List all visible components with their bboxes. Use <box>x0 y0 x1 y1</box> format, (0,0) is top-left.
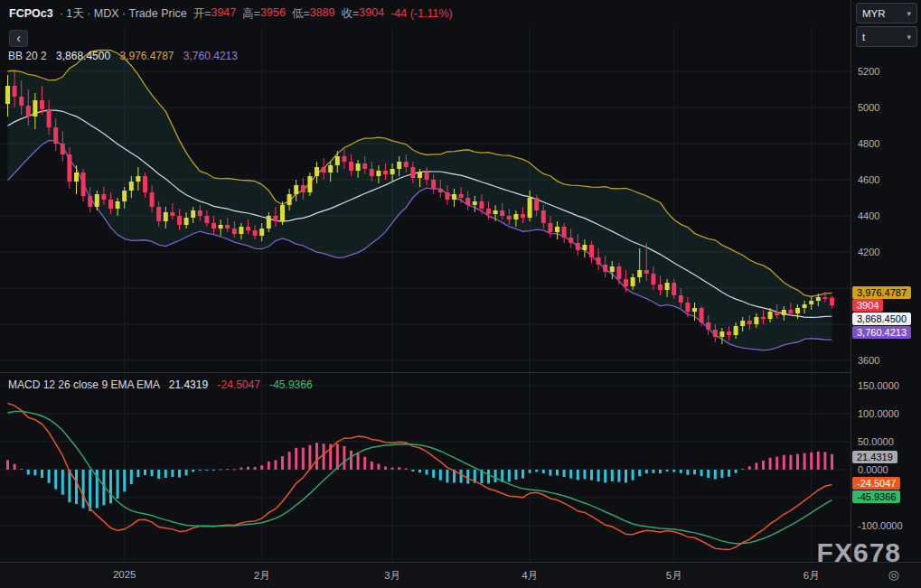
chevron-down-icon: ▾ <box>907 33 911 42</box>
macd-signal-badge: -45.9366 <box>852 490 900 503</box>
macd-tick: 50.0000 <box>858 435 894 448</box>
chevron-down-icon: ▾ <box>907 9 911 18</box>
macd-line-badge: -24.5047 <box>852 477 900 490</box>
macd-hist-badge: 21.4319 <box>852 451 898 463</box>
last-price-badge: 3904 <box>852 299 883 312</box>
bb-basis-value: 3,868.4500 <box>56 50 110 62</box>
reset-scale-icon[interactable]: ◎ <box>888 567 899 582</box>
chart-canvas[interactable] <box>0 0 851 562</box>
price-tick: 4800 <box>858 137 879 150</box>
time-tick: 3月 <box>384 569 400 583</box>
bb-lower-value: 3,760.4213 <box>183 50 238 62</box>
open-value: 开=3947 <box>193 6 237 22</box>
time-tick: 6月 <box>804 569 820 583</box>
macd-tick: 0.0000 <box>858 463 888 476</box>
currency-selector[interactable]: MYR ▾ <box>856 3 917 23</box>
macd-tick: -100.0000 <box>858 519 903 532</box>
close-value: 收=3904 <box>342 6 385 22</box>
price-tick: 4400 <box>858 210 879 222</box>
bb-upper-badge: 3,976.4787 <box>852 286 911 299</box>
back-button[interactable]: ‹ <box>9 30 28 47</box>
bb-indicator-legend[interactable]: BB 20 2 3,868.4500 3,976.4787 3,760.4213 <box>8 50 238 62</box>
price-tick: 5200 <box>858 65 879 78</box>
currency-selector-value: MYR <box>862 8 886 19</box>
symbol-title[interactable]: FCPOc3 <box>9 7 53 20</box>
macd-tick: 150.0000 <box>858 379 899 392</box>
bb-lower-badge: 3,760.4213 <box>852 326 911 339</box>
price-tick: 4600 <box>858 173 879 186</box>
macd-signal-value: -45.9366 <box>269 378 312 391</box>
macd-line-value: -24.5047 <box>217 378 259 391</box>
low-value: 低=3889 <box>292 6 335 22</box>
unit-selector-value: t <box>862 32 865 42</box>
macd-hist-value: 21.4319 <box>169 378 208 391</box>
macd-legend-title: MACD 12 26 close 9 EMA EMA <box>8 378 159 391</box>
time-tick: 4月 <box>522 569 538 583</box>
time-axis[interactable]: 20252月3月4月5月6月 ◎ <box>0 562 921 588</box>
chart-plot-area[interactable] <box>0 0 851 562</box>
bb-legend-title: BB 20 2 <box>8 50 47 62</box>
macd-tick: 100.0000 <box>858 407 899 420</box>
bb-basis-badge: 3,868.4500 <box>852 313 911 325</box>
time-tick: 2025 <box>113 569 136 580</box>
time-tick: 5月 <box>666 569 682 583</box>
bb-upper-value: 3,976.4787 <box>119 50 174 62</box>
price-tick: 5000 <box>858 101 879 114</box>
change-value: -44 (-1.11%) <box>390 7 453 20</box>
price-tick: 3600 <box>858 354 879 367</box>
chevron-left-icon: ‹ <box>16 31 21 45</box>
symbol-header: FCPOc3 · 1天 · MDX · Trade Price 开=3947 高… <box>9 5 453 22</box>
high-value: 高=3956 <box>242 6 286 22</box>
price-tick: 4200 <box>858 246 879 258</box>
time-tick: 2月 <box>254 569 270 583</box>
trading-chart-app: FCPOc3 · 1天 · MDX · Trade Price 开=3947 高… <box>0 0 921 588</box>
symbol-meta: · 1天 · MDX · Trade Price <box>60 6 187 22</box>
macd-indicator-legend[interactable]: MACD 12 26 close 9 EMA EMA 21.4319 -24.5… <box>8 378 313 391</box>
unit-selector[interactable]: t ▾ <box>856 26 917 47</box>
price-axis[interactable]: MYR ▾ t ▾ 5200500048004600440042003600 1… <box>851 0 921 562</box>
